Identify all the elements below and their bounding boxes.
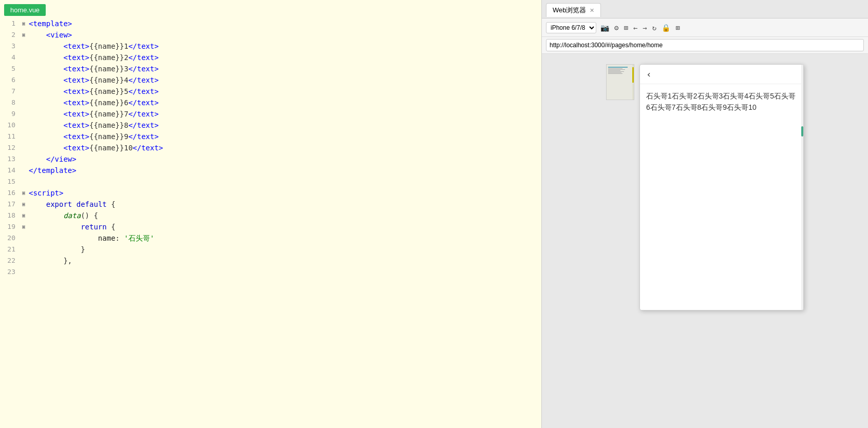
code-content: <text>{{name}}4</text> [28,74,541,86]
code-line: 16▣<script> [0,187,541,199]
line-number: 5 [0,63,20,74]
device-frame: ‹ 石头哥1石头哥2石头哥3石头哥4石头哥5石头哥6石头哥7石头哥8石头哥9石头… [639,64,804,310]
code-content: }, [28,255,541,266]
browser-tab-bar: Web浏览器 ✕ [542,0,868,18]
browser-tab-label: Web浏览器 [553,6,587,15]
code-line: 11 <text>{{name}}9</text> [0,131,541,142]
expand-icon[interactable]: ⊞ [622,23,629,33]
code-content: export default { [28,199,541,210]
device-select[interactable]: iPhone 6/7/8 iPhone X iPad Android [546,22,596,33]
line-number: 1 [0,18,20,29]
line-number: 15 [0,176,20,187]
screenshot-icon[interactable]: 📷 [599,23,610,33]
fold-icon[interactable]: ▣ [20,199,28,210]
line-number: 18 [0,210,20,221]
code-content: </view> [28,153,541,165]
code-content: <text>{{name}}5</text> [28,86,541,97]
forward-nav-icon[interactable]: → [641,23,648,33]
device-header: ‹ [640,65,803,84]
fold-icon[interactable]: ▣ [20,187,28,199]
line-number: 21 [0,244,20,255]
code-content: } [28,244,541,255]
code-content: name: '石头哥' [28,232,541,244]
line-number: 4 [0,52,20,63]
code-line: 14</template> [0,165,541,176]
code-content: data() { [28,210,541,221]
code-content: <text>{{name}}3</text> [28,63,541,74]
line-number: 9 [0,108,20,120]
line-number: 10 [0,120,20,131]
code-line: 9 <text>{{name}}7</text> [0,108,541,120]
line-number: 19 [0,221,20,232]
line-number: 17 [0,199,20,210]
fold-icon[interactable]: ▣ [20,29,28,41]
browser-panel: Web浏览器 ✕ iPhone 6/7/8 iPhone X iPad Andr… [542,0,868,428]
code-line: 2▣ <view> [0,29,541,41]
url-bar[interactable] [546,39,864,51]
fold-icon[interactable]: ▣ [20,221,28,232]
editor-tab[interactable]: home.vue [4,4,46,16]
preview-content: 石头哥1石头哥2石头哥3石头哥4石头哥5石头哥6石头哥7石头哥8石头哥9石头哥1… [646,92,796,111]
code-line: 17▣ export default { [0,199,541,210]
code-line: 23 [0,266,541,278]
code-content: <text>{{name}}6</text> [28,97,541,108]
line-number: 8 [0,97,20,108]
code-content [28,266,541,278]
lock-icon: 🔒 [661,23,671,33]
line-number: 2 [0,29,20,41]
code-content: <text>{{name}}2</text> [28,52,541,63]
code-line: 18▣ data() { [0,210,541,221]
line-number: 11 [0,131,20,142]
code-content: <view> [28,29,541,41]
code-area[interactable]: 1▣<template>2▣ <view>3 <text>{{name}}1</… [0,16,541,428]
code-line: 10 <text>{{name}}8</text> [0,120,541,131]
line-number: 6 [0,74,20,86]
line-number: 20 [0,232,20,244]
code-line: 19▣ return { [0,221,541,232]
code-content: <text>{{name}}8</text> [28,120,541,131]
refresh-icon[interactable]: ↻ [651,23,657,33]
code-line: 21 } [0,244,541,255]
code-line: 5 <text>{{name}}3</text> [0,63,541,74]
code-line: 12 <text>{{name}}10</text> [0,142,541,153]
code-line: 1▣<template> [0,18,541,29]
line-number: 13 [0,153,20,165]
device-body: 石头哥1石头哥2石头哥3石头哥4石头哥5石头哥6石头哥7石头哥8石头哥9石头哥1… [640,84,803,120]
fold-icon[interactable]: ▣ [20,18,28,29]
editor-panel: home.vue 1▣<template>2▣ <view>3 <text>{{… [0,0,542,428]
settings-icon[interactable]: ⚙ [613,23,619,33]
line-number: 7 [0,86,20,97]
line-number: 14 [0,165,20,176]
code-content: return { [28,221,541,232]
code-content: <template> [28,18,541,29]
code-content: <text>{{name}}10</text> [28,142,541,153]
code-line: 3 <text>{{name}}1</text> [0,41,541,52]
fold-icon[interactable]: ▣ [20,210,28,221]
line-number: 12 [0,142,20,153]
back-arrow-icon[interactable]: ‹ [646,69,652,80]
code-line: 20 name: '石头哥' [0,232,541,244]
code-line: 22 }, [0,255,541,266]
code-content: <text>{{name}}7</text> [28,108,541,120]
code-content: <text>{{name}}1</text> [28,41,541,52]
browser-tab[interactable]: Web浏览器 ✕ [546,3,601,17]
code-content: </template> [28,165,541,176]
code-line: 8 <text>{{name}}6</text> [0,97,541,108]
line-number: 3 [0,41,20,52]
line-number: 23 [0,266,20,278]
line-number: 22 [0,255,20,266]
tab-close-icon[interactable]: ✕ [590,7,594,14]
browser-toolbar: iPhone 6/7/8 iPhone X iPad Android 📷 ⚙ ⊞… [542,18,868,37]
code-line: 7 <text>{{name}}5</text> [0,86,541,97]
code-line: 4 <text>{{name}}2</text> [0,52,541,63]
code-line: 15 [0,176,541,187]
apps-icon[interactable]: ⊞ [674,23,681,33]
line-number: 16 [0,187,20,199]
browser-content: ‹ 石头哥1石头哥2石头哥3石头哥4石头哥5石头哥6石头哥7石头哥8石头哥9石头… [542,54,868,428]
code-line: 13 </view> [0,153,541,165]
code-content: <text>{{name}}9</text> [28,131,541,142]
back-nav-icon[interactable]: ← [632,23,638,33]
code-content: <script> [28,187,541,199]
code-line: 6 <text>{{name}}4</text> [0,74,541,86]
